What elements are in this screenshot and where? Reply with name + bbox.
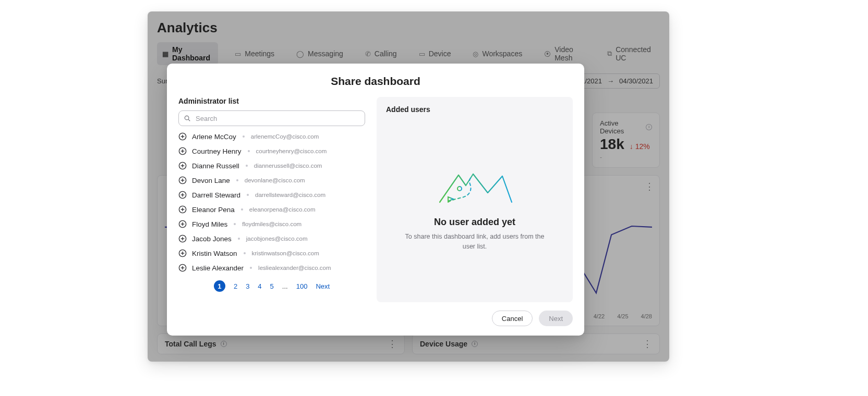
admin-name: Jacob Jones [192, 235, 232, 243]
page-5[interactable]: 5 [270, 282, 274, 290]
modal-title: Share dashboard [178, 75, 573, 88]
admin-row[interactable]: Jacob Jonesjacobjones@cisco.com [178, 234, 365, 243]
svg-point-0 [185, 116, 189, 120]
add-circle-icon[interactable] [178, 264, 187, 272]
page-3[interactable]: 3 [246, 282, 249, 290]
admin-list-title: Administrator list [178, 97, 365, 105]
admin-email: floydmiles@cisco.com [242, 221, 302, 227]
add-circle-icon[interactable] [178, 220, 187, 228]
search-icon [184, 115, 191, 122]
dot-separator-icon [244, 252, 246, 254]
admin-name: Devon Lane [192, 177, 230, 184]
admin-list: Arlene McCoyarlenemcCoy@cisco.comCourtne… [178, 132, 365, 272]
add-circle-icon[interactable] [178, 147, 187, 155]
admin-name: Kristin Watson [192, 250, 237, 257]
dot-separator-icon [247, 194, 249, 196]
admin-row[interactable]: Kristin Watsonkristinwatson@cisco.com [178, 249, 365, 257]
dot-separator-icon [238, 238, 240, 240]
admin-email: jacobjones@cisco.com [246, 236, 308, 242]
empty-subtitle: To share this dashboard link, add users … [402, 232, 548, 251]
add-circle-icon[interactable] [178, 234, 187, 243]
admin-row[interactable]: Floyd Milesfloydmiles@cisco.com [178, 220, 365, 228]
cancel-button[interactable]: Cancel [492, 311, 533, 326]
admin-email: devonlane@cisco.com [245, 177, 305, 183]
page-4[interactable]: 4 [258, 282, 261, 290]
dot-separator-icon [241, 208, 243, 211]
add-circle-icon[interactable] [178, 132, 187, 141]
search-input[interactable] [178, 110, 365, 126]
empty-title: No user added yet [434, 217, 515, 228]
admin-email: lesliealexander@cisco.com [258, 265, 331, 271]
page-next[interactable]: Next [316, 282, 330, 290]
pagination: 12345...100Next [178, 280, 365, 292]
added-users-panel: Added users [377, 97, 573, 302]
admin-row[interactable]: Leslie Alexanderlesliealexander@cisco.co… [178, 264, 365, 272]
dot-separator-icon [248, 150, 250, 152]
admin-name: Courtney Henry [192, 147, 242, 155]
admin-email: kristinwatson@cisco.com [252, 250, 319, 256]
admin-email: darrellsteward@cisco.com [255, 192, 326, 198]
admin-row[interactable]: Arlene McCoyarlenemcCoy@cisco.com [178, 132, 365, 141]
page-1[interactable]: 1 [214, 280, 225, 292]
add-circle-icon[interactable] [178, 176, 187, 184]
dot-separator-icon [243, 135, 245, 138]
add-circle-icon[interactable] [178, 191, 187, 199]
admin-row[interactable]: Eleanor Penaeleanorpena@cisco.com [178, 205, 365, 214]
admin-name: Floyd Miles [192, 220, 227, 228]
admin-row[interactable]: Devon Lanedevonlane@cisco.com [178, 176, 365, 184]
admin-row[interactable]: Courtney Henrycourtneyhenry@cisco.com [178, 147, 365, 155]
admin-email: diannerussell@cisco.com [254, 163, 322, 169]
page-2[interactable]: 2 [234, 282, 237, 290]
next-button[interactable]: Next [539, 311, 573, 326]
admin-name: Arlene McCoy [192, 133, 236, 141]
dot-separator-icon [236, 179, 238, 181]
share-dashboard-modal: Share dashboard Administrator list Arlen… [167, 64, 584, 336]
admin-row[interactable]: Darrell Stewarddarrellsteward@cisco.com [178, 191, 365, 199]
added-users-title: Added users [386, 105, 563, 114]
admin-email: courtneyhenry@cisco.com [256, 148, 327, 154]
admin-email: arlenemcCoy@cisco.com [251, 133, 319, 140]
add-circle-icon[interactable] [178, 249, 187, 257]
page-ellipsis: ... [282, 282, 288, 290]
svg-point-32 [457, 187, 462, 191]
admin-name: Leslie Alexander [192, 264, 244, 272]
admin-name: Dianne Russell [192, 162, 239, 170]
dot-separator-icon [234, 223, 236, 225]
admin-email: eleanorpena@cisco.com [249, 206, 316, 213]
svg-line-1 [188, 119, 190, 121]
admin-name: Eleanor Pena [192, 206, 235, 214]
add-circle-icon[interactable] [178, 162, 187, 170]
admin-name: Darrell Steward [192, 191, 240, 199]
add-circle-icon[interactable] [178, 205, 187, 214]
dot-separator-icon [246, 165, 248, 167]
empty-illustration-icon [436, 160, 514, 207]
dot-separator-icon [250, 267, 252, 269]
admin-row[interactable]: Dianne Russelldiannerussell@cisco.com [178, 162, 365, 170]
page-100[interactable]: 100 [296, 282, 308, 290]
